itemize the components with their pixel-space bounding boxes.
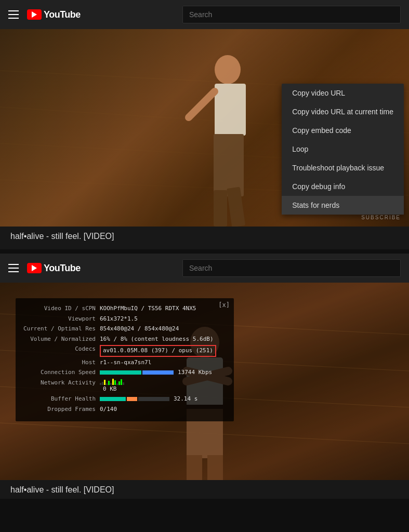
net-bar-4 (106, 383, 108, 385)
stats-value-volume: 16% / 8% (content loudness 5.6dB) (100, 335, 214, 344)
stats-value-host: r1--sn-qxa7sn7l (100, 358, 151, 367)
stats-overlay: [x] Video ID / sCPN KOOhPfMbuIQ / TS56 R… (16, 298, 234, 421)
top-video-title: half•alive - still feel. [VIDEO] (0, 227, 409, 245)
buffer-bar-orange (127, 397, 137, 401)
net-bar-2 (102, 382, 103, 385)
stats-label-viewport: Viewport (23, 315, 96, 324)
net-bar-8 (114, 380, 116, 385)
stats-label-video-id: Video ID / sCPN (23, 304, 96, 313)
search-bar-container-2 (182, 259, 401, 277)
svg-line-7 (189, 91, 215, 117)
stats-row-codecs: Codecs av01.0.05M.08 (397) / opus (251) (23, 345, 227, 357)
stats-value-viewport: 661x372*1.5 (100, 315, 138, 324)
hamburger-menu[interactable] (8, 10, 19, 19)
net-bar-5 (108, 381, 110, 385)
net-bar-12 (123, 382, 124, 385)
stats-row-network: Network Activity (23, 379, 227, 394)
hamburger-menu-2[interactable] (8, 264, 19, 272)
stats-row-buffer: Buffer Health 32.14 s (23, 395, 227, 404)
stats-value-connection: 13744 Kbps (100, 368, 212, 377)
person-silhouette (173, 50, 277, 227)
stats-row-res: Current / Optimal Res 854x480@24 / 854x4… (23, 325, 227, 334)
buffer-bar-dark (138, 397, 169, 401)
svg-rect-22 (207, 455, 223, 480)
youtube-logo-icon-2 (27, 263, 42, 273)
net-bar-3 (104, 380, 105, 385)
stats-row-volume: Volume / Normalized 16% / 8% (content lo… (23, 335, 227, 344)
stats-value-res: 854x480@24 / 854x480@24 (100, 325, 179, 334)
top-video-section: SUBSCRIBE Copy video URL Copy video URL … (0, 29, 409, 249)
menu-item-copy-embed[interactable]: Copy embed code (282, 121, 404, 140)
bottom-header: YouTube (0, 254, 409, 283)
youtube-logo-text: YouTube (44, 9, 81, 20)
svg-rect-21 (187, 455, 202, 480)
net-bar-6 (110, 383, 112, 385)
stats-value-dropped: 0/140 (100, 405, 117, 414)
stats-label-res: Current / Optimal Res (23, 325, 96, 334)
bar-seg-cyan (100, 370, 141, 375)
bottom-video-title: half•alive - still feel. [VIDEO] (0, 480, 409, 499)
search-input[interactable] (182, 6, 401, 23)
stats-row-host: Host r1--sn-qxa7sn7l (23, 358, 227, 367)
stats-label-buffer: Buffer Health (23, 395, 96, 404)
bar-seg-blue (142, 370, 174, 375)
stats-value-network: 0 KB (100, 379, 124, 394)
stats-row-viewport: Viewport 661x372*1.5 (23, 315, 227, 324)
net-bar-11 (121, 379, 122, 385)
video-container-top: SUBSCRIBE Copy video URL Copy video URL … (0, 29, 409, 227)
youtube-logo[interactable]: YouTube (27, 9, 81, 20)
menu-item-troubleshoot[interactable]: Troubleshoot playback issue (282, 158, 404, 177)
youtube-logo-2[interactable]: YouTube (27, 263, 81, 274)
stats-value-buffer: 32.14 s (100, 395, 197, 404)
video-player-bottom[interactable]: [x] Video ID / sCPN KOOhPfMbuIQ / TS56 R… (0, 283, 409, 480)
buffer-bar: 32.14 s (100, 395, 197, 404)
youtube-logo-icon (27, 9, 42, 20)
stats-label-codecs: Codecs (23, 345, 96, 357)
stats-label-connection: Connection Speed (23, 368, 96, 377)
stats-value-codecs: av01.0.05M.08 (397) / opus (251) (100, 345, 216, 357)
buffer-value: 32.14 s (174, 395, 197, 404)
stats-value-video-id: KOOhPfMbuIQ / TS56 RDTX 4NX5 (100, 304, 196, 313)
subscribe-label: SUBSCRIBE (361, 215, 401, 220)
menu-item-stats-nerds[interactable]: Stats for nerds (282, 196, 404, 215)
stats-close-button[interactable]: [x] (218, 301, 230, 309)
search-input-2[interactable] (182, 259, 401, 277)
connection-bar: 13744 Kbps (100, 368, 212, 377)
svg-point-5 (215, 55, 241, 84)
bottom-video-section: [x] Video ID / sCPN KOOhPfMbuIQ / TS56 R… (0, 283, 409, 499)
stats-row-connection: Connection Speed 13744 Kbps (23, 368, 227, 377)
stats-label-volume: Volume / Normalized (23, 335, 96, 344)
menu-item-copy-debug[interactable]: Copy debug info (282, 177, 404, 196)
context-menu: Copy video URL Copy video URL at current… (282, 84, 404, 215)
buffer-bar-cyan (100, 397, 126, 401)
svg-rect-6 (215, 84, 246, 136)
top-header: YouTube (0, 0, 409, 29)
section-divider (0, 249, 409, 254)
stats-label-host: Host (23, 358, 96, 367)
stats-row-dropped: Dropped Frames 0/140 (23, 405, 227, 414)
net-bar-7 (112, 379, 114, 385)
net-bar-10 (118, 381, 120, 385)
net-bar-9 (116, 383, 118, 385)
stats-row-video-id: Video ID / sCPN KOOhPfMbuIQ / TS56 RDTX … (23, 304, 227, 313)
svg-rect-9 (214, 190, 227, 227)
net-bar-1 (100, 383, 101, 385)
menu-item-copy-url-time[interactable]: Copy video URL at current time (282, 102, 404, 121)
network-value: 0 KB (103, 385, 117, 392)
search-bar-container (182, 6, 401, 23)
stats-label-dropped: Dropped Frames (23, 405, 96, 414)
connection-value: 13744 Kbps (178, 368, 212, 377)
network-bars (100, 379, 124, 385)
menu-item-copy-url[interactable]: Copy video URL (282, 84, 404, 102)
stats-label-network: Network Activity (23, 379, 96, 394)
svg-rect-8 (214, 134, 244, 196)
video-container-bottom: [x] Video ID / sCPN KOOhPfMbuIQ / TS56 R… (0, 283, 409, 480)
menu-item-loop[interactable]: Loop (282, 140, 404, 158)
youtube-logo-text-2: YouTube (44, 263, 81, 274)
